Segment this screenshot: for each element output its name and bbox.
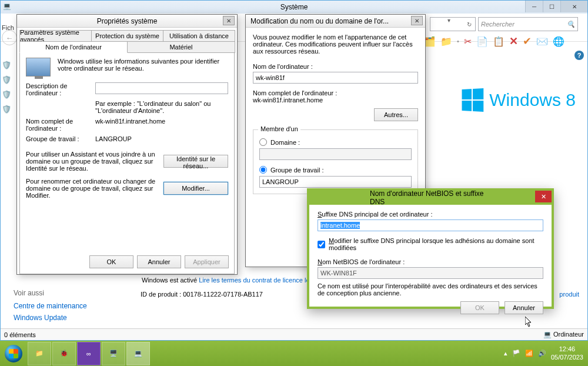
dialog-close-button[interactable]: ✕ xyxy=(411,16,423,25)
shield-icon-3[interactable]: 🛡️ xyxy=(2,90,12,99)
domain-radio-label: Domaine : xyxy=(270,139,300,146)
folder-icon[interactable]: 📁 xyxy=(440,36,452,47)
product-id-row: ID de produit : 00178-11222-07178-AB117 xyxy=(141,291,263,298)
dialog-title-bar[interactable]: Nom d'ordinateur NetBIOS et suffixe DNS … xyxy=(309,191,552,205)
activation-status: Windows est activé xyxy=(142,277,199,284)
window-icon: 💻 xyxy=(3,2,12,12)
copy-icon[interactable]: 📄 xyxy=(476,36,488,47)
tray-network-icon[interactable]: 📶 xyxy=(525,350,533,357)
ok-button[interactable]: OK xyxy=(89,255,133,268)
netbios-dns-dialog: Nom d'ordinateur NetBIOS et suffixe DNS … xyxy=(307,188,554,309)
netbios-note: Ce nom est utilisé pour l'interopérabili… xyxy=(318,282,543,297)
network-id-button[interactable]: Identité sur le réseau... xyxy=(163,155,228,168)
refresh-icon[interactable]: ↻ xyxy=(467,21,472,28)
search-input[interactable]: Rechercher 🔍 xyxy=(478,17,578,31)
tray-up-icon[interactable]: ▴ xyxy=(504,350,507,357)
tab-hardware[interactable]: Matériel xyxy=(127,41,235,53)
system-properties-dialog: Propriétés système ✕ Paramètres système … xyxy=(16,14,238,275)
sidebar-icons: 🛡️ 🛡️ 🛡️ 🛡️ xyxy=(2,36,12,119)
start-orb-icon xyxy=(5,345,22,362)
dialog-close-button[interactable]: ✕ xyxy=(535,191,552,202)
full-name-label: Nom complet de l'ordinateur : xyxy=(253,89,418,97)
netbios-name-label: Nom NetBIOS de l'ordinateur : xyxy=(318,258,543,265)
domain-input xyxy=(259,148,412,160)
dialog-title: Modification du nom ou du domaine de l'o… xyxy=(250,17,389,25)
see-also: Voir aussi Centre de maintenance Windows… xyxy=(14,289,87,325)
cancel-button[interactable]: Annuler xyxy=(505,301,543,314)
intro-text: Vous pouvez modifier le nom et l'apparte… xyxy=(253,34,418,55)
help-icon[interactable]: ? xyxy=(574,51,584,60)
see-also-header: Voir aussi xyxy=(14,289,87,297)
taskbar-item-explorer[interactable]: 📁 xyxy=(28,342,51,365)
tray-volume-icon[interactable]: 🔊 xyxy=(538,350,546,357)
description-example: Par exemple : "L'ordinateur du salon" ou… xyxy=(95,100,228,114)
dialog-close-button[interactable]: ✕ xyxy=(223,16,235,25)
workgroup-label: Groupe de travail : xyxy=(26,135,91,142)
taskbar-item-app3[interactable]: 🖥️ xyxy=(102,342,125,365)
workgroup-radio[interactable] xyxy=(259,166,267,174)
description-input[interactable] xyxy=(95,82,228,94)
tab-panel: Windows utilise les informations suivant… xyxy=(19,53,235,274)
taskbar[interactable]: 📁 🐞 ∞ 🖥️ 💻 ▴ 🏳️ 📶 🔊 12:46 05/07/2023 xyxy=(0,341,588,366)
paste-icon[interactable]: 📋 xyxy=(493,36,505,47)
globe-icon[interactable]: 🌐 xyxy=(553,36,564,47)
maintenance-link[interactable]: Centre de maintenance xyxy=(14,302,87,310)
search-icon: 🔍 xyxy=(567,21,575,28)
maximize-button[interactable]: ☐ xyxy=(543,1,560,12)
dns-suffix-label: Suffixe DNS principal de cet ordinateur … xyxy=(318,211,543,218)
intro-text: Windows utilise les informations suivant… xyxy=(58,58,228,72)
tab-computer-name[interactable]: Nom de l'ordinateur xyxy=(19,41,128,53)
mail-icon[interactable]: ✉️ xyxy=(536,36,548,47)
wizard-text: Pour utiliser un Assistant et vous joind… xyxy=(26,151,159,172)
apply-button[interactable]: Appliquer xyxy=(185,255,229,268)
member-of-legend: Membre d'un xyxy=(258,125,300,132)
dialog-title-bar[interactable]: Modification du nom ou du domaine de l'o… xyxy=(246,15,425,28)
computer-icon xyxy=(26,58,51,76)
windows-update-link[interactable]: Windows Update xyxy=(14,314,87,322)
tray-flag-icon[interactable]: 🏳️ xyxy=(512,350,520,357)
workgroup-input[interactable] xyxy=(259,176,412,188)
taskbar-item-system[interactable]: 💻 xyxy=(126,342,150,365)
ok-button[interactable]: OK xyxy=(460,301,499,314)
system-tray[interactable]: ▴ 🏳️ 📶 🔊 12:46 05/07/2023 xyxy=(504,345,588,361)
rename-text: Pour renommer cet ordinateur ou changer … xyxy=(26,178,159,199)
breadcrumb-chevron-icon[interactable]: ▾ xyxy=(447,17,450,24)
status-view: 💻 Ordinateur xyxy=(543,331,584,338)
dialog-title-bar[interactable]: Propriétés système ✕ xyxy=(17,15,237,28)
minimize-button[interactable]: ─ xyxy=(525,1,543,12)
dialog-title: Propriétés système xyxy=(97,17,158,25)
check-icon[interactable]: ✔ xyxy=(523,35,532,48)
more-button[interactable]: Autres... xyxy=(374,108,418,121)
shield-icon-4[interactable]: 🛡️ xyxy=(2,105,12,114)
tab-remote[interactable]: Utilisation à distance xyxy=(163,30,235,42)
windows8-logo: Windows 8 xyxy=(461,89,576,111)
product-key-link[interactable]: produit xyxy=(559,291,579,298)
tab-advanced[interactable]: Paramètres système avancés xyxy=(19,30,92,42)
full-name-value: wk-win81f.intranet.home xyxy=(253,97,418,104)
delete-icon[interactable]: ✕ xyxy=(509,35,518,48)
computer-name-input[interactable] xyxy=(253,72,418,84)
tab-protection[interactable]: Protection du système xyxy=(91,30,163,42)
description-label: Description de l'ordinateur : xyxy=(26,82,91,97)
close-button[interactable]: ✕ xyxy=(560,1,587,12)
modify-suffix-checkbox[interactable] xyxy=(318,241,325,248)
address-bar[interactable]: ↻ xyxy=(430,17,476,31)
title-bar[interactable]: 💻 Système ─ ☐ ✕ xyxy=(1,1,587,14)
domain-radio[interactable] xyxy=(259,138,267,146)
name-label: Nom de l'ordinateur : xyxy=(253,63,418,70)
change-button[interactable]: Modifier... xyxy=(163,182,228,195)
taskbar-clock[interactable]: 12:46 05/07/2023 xyxy=(551,345,583,361)
organize-icon[interactable]: 🗂️ xyxy=(424,36,436,47)
workgroup-radio-label: Groupe de travail : xyxy=(270,167,324,174)
shield-icon-2[interactable]: 🛡️ xyxy=(2,75,12,84)
taskbar-item-app1[interactable]: 🐞 xyxy=(52,342,76,365)
modify-suffix-label: Modifier le suffixe DNS principal lorsqu… xyxy=(329,237,543,251)
cancel-button[interactable]: Annuler xyxy=(137,255,181,268)
dns-suffix-input[interactable]: intranet.home xyxy=(318,219,543,231)
status-item-count: 0 éléments xyxy=(4,331,36,338)
cut-icon[interactable]: ✂ xyxy=(464,36,472,47)
shield-icon[interactable]: 🛡️ xyxy=(2,61,12,69)
start-button[interactable] xyxy=(2,342,25,365)
taskbar-item-app2[interactable]: ∞ xyxy=(77,342,101,365)
separator: • xyxy=(457,38,459,45)
